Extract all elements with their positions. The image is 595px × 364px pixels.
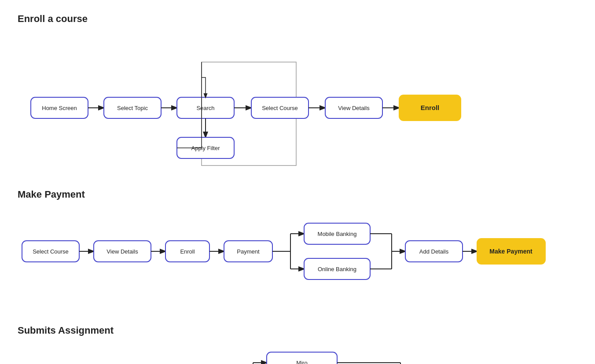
payment-diagram: Select Course View Details Enroll Paymen…	[18, 213, 577, 303]
page: Enroll a course Home Screen Select Topic…	[0, 0, 595, 364]
enroll-svg: Home Screen Select Topic Search Ap	[18, 38, 572, 165]
home-screen-label: Home Screen	[42, 105, 77, 111]
svg-text:Online Banking: Online Banking	[318, 266, 356, 272]
assignment-title: Submits Assignment	[18, 325, 577, 336]
svg-text:Enroll: Enroll	[180, 248, 195, 255]
payment-title: Make Payment	[18, 189, 577, 200]
enroll-label: Enroll	[421, 104, 440, 111]
payment-section: Make Payment Select Course View Details	[18, 189, 577, 303]
search-label: Search	[196, 105, 214, 111]
assignment-svg: Attend in Class View Assignment Detaills…	[18, 349, 502, 364]
assignment-diagram: Attend in Class View Assignment Detaills…	[18, 349, 577, 364]
payment-svg: Select Course View Details Enroll Paymen…	[18, 213, 581, 301]
svg-text:Miro: Miro	[296, 360, 307, 364]
svg-text:Make Payment: Make Payment	[489, 248, 533, 255]
svg-text:Add Details: Add Details	[419, 248, 449, 255]
svg-text:Select Course: Select Course	[33, 248, 69, 255]
select-course-label: Select Course	[262, 105, 298, 111]
view-details-label: View Details	[338, 105, 370, 111]
svg-text:Mobile Banking: Mobile Banking	[318, 231, 357, 237]
svg-text:Payment: Payment	[237, 248, 260, 255]
enroll-title: Enroll a course	[18, 13, 577, 25]
enroll-section: Enroll a course Home Screen Select Topic…	[18, 13, 577, 167]
enroll-diagram: Home Screen Select Topic Search Ap	[18, 38, 577, 167]
svg-text:View Details: View Details	[107, 248, 138, 255]
select-topic-label: Select Topic	[117, 105, 148, 111]
assignment-section: Submits Assignment Attend in Class View …	[18, 325, 577, 364]
